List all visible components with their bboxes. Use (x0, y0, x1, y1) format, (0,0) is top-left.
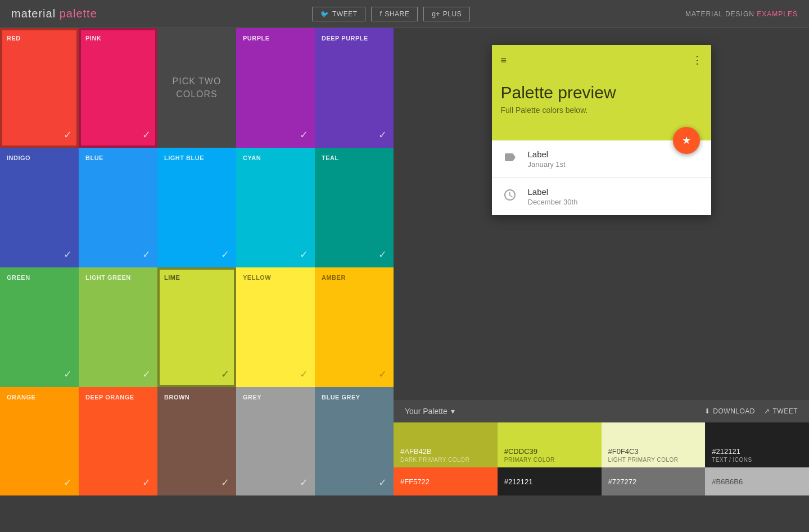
preview-header: ≡ ⋮ Palette preview Full Palette colors … (492, 45, 711, 140)
color-cell-green[interactable]: GREEN ✓ (0, 267, 79, 387)
palette-label-2: PRIMARY COLOR (504, 457, 595, 463)
share-icon: ↗ (764, 407, 770, 415)
palette-hex-4: #212121 (712, 447, 802, 456)
logo-text: material (11, 7, 60, 20)
color-cell-brown[interactable]: BROWN ✓ (157, 387, 236, 495)
pick-two-text: PICK TWOCOLORS (173, 75, 222, 101)
color-cell-orange[interactable]: ORANGE ✓ (0, 387, 79, 495)
palette-accent[interactable]: #FF5722 (394, 467, 498, 495)
color-row-4: ORANGE ✓ DEEP ORANGE ✓ BROWN ✓ GREY ✓ BL… (0, 387, 394, 495)
color-cell-pink[interactable]: PINK ✓ (79, 28, 157, 148)
color-cell-deep-purple[interactable]: DEEP PURPLE ✓ (315, 28, 394, 148)
color-cell-indigo[interactable]: INDIGO ✓ (0, 148, 79, 267)
color-cell-light-blue[interactable]: LIGHT BLUE ✓ (157, 148, 236, 267)
tweet-button[interactable]: 🐦 TWEET (312, 7, 365, 21)
palette-light-primary[interactable]: #F0F4C3 LIGHT PRIMARY COLOR (602, 422, 706, 467)
share-button[interactable]: f SHARE (371, 7, 418, 21)
list-item-1-label: Label (528, 149, 566, 159)
check-icon: ✓ (142, 248, 151, 261)
header: material palette 🐦 TWEET f SHARE g+ PLUS… (0, 0, 809, 28)
palette-section: Your Palette ▾ ⬇ DOWNLOAD ↗ TWEET #AFB (394, 400, 809, 495)
header-right: MATERIAL DESIGN EXAMPLES (685, 10, 798, 18)
check-icon: ✓ (221, 248, 229, 261)
color-cell-cyan[interactable]: CYAN ✓ (236, 148, 315, 267)
star-icon: ★ (682, 134, 691, 147)
check-icon: ✓ (221, 476, 229, 489)
color-cell-grey[interactable]: GREY ✓ (236, 387, 315, 495)
palette-hex-5: #FF5722 (400, 478, 430, 486)
gplus-icon: g+ (432, 10, 440, 18)
check-icon: ✓ (378, 129, 387, 141)
fab-button[interactable]: ★ (673, 127, 700, 154)
check-icon: ✓ (64, 248, 72, 261)
label-icon (503, 151, 517, 167)
check-icon: ✓ (64, 368, 72, 380)
logo-accent: palette (60, 7, 97, 20)
palette-hex-1: #AFB42B (400, 447, 491, 456)
color-cell-yellow[interactable]: YELLOW ✓ (236, 267, 315, 387)
check-icon: ✓ (64, 476, 72, 489)
palette-hex-2: #CDDC39 (504, 447, 595, 456)
color-row-3: GREEN ✓ LIGHT GREEN ✓ LIME ✓ YELLOW ✓ AM… (0, 267, 394, 387)
content-wrapper: RED ✓ PINK ✓ PICK TWOCOLORS PURPLE ✓ DEE… (0, 28, 809, 495)
color-cell-blue-grey[interactable]: BLUE GREY ✓ (315, 387, 394, 495)
color-row-1: RED ✓ PINK ✓ PICK TWOCOLORS PURPLE ✓ DEE… (0, 28, 394, 148)
color-cell-blue[interactable]: BLUE ✓ (79, 148, 157, 267)
check-icon: ✓ (300, 368, 308, 380)
check-icon: ✓ (300, 248, 308, 261)
list-item-2-label: Label (528, 187, 578, 197)
list-item-1-sublabel: January 1st (528, 160, 566, 169)
color-grid: RED ✓ PINK ✓ PICK TWOCOLORS PURPLE ✓ DEE… (0, 28, 394, 495)
palette-primary[interactable]: #CDDC39 PRIMARY COLOR (498, 422, 602, 467)
clock-icon (503, 188, 517, 205)
check-icon: ✓ (142, 129, 151, 141)
color-cell-light-green[interactable]: LIGHT GREEN ✓ (79, 267, 157, 387)
check-icon: ✓ (378, 476, 387, 489)
palette-actions: ⬇ DOWNLOAD ↗ TWEET (704, 407, 798, 415)
palette-text-icons[interactable]: #212121 TEXT / ICONS (705, 422, 809, 467)
list-item-2-sublabel: December 30th (528, 198, 578, 206)
tweet-palette-button[interactable]: ↗ TWEET (764, 407, 798, 415)
palette-hex-8: #B6B6B6 (712, 478, 743, 486)
color-cell-red[interactable]: RED ✓ (0, 28, 79, 148)
check-icon: ✓ (142, 476, 151, 489)
your-palette-label: Your Palette (405, 407, 448, 416)
header-actions: 🐦 TWEET f SHARE g+ PLUS (312, 7, 470, 21)
color-cell-deep-orange[interactable]: DEEP ORANGE ✓ (79, 387, 157, 495)
palette-hex-3: #F0F4C3 (608, 447, 699, 456)
check-icon: ✓ (300, 476, 308, 489)
palette-divider[interactable]: #B6B6B6 (705, 467, 809, 495)
check-icon: ✓ (221, 368, 229, 380)
color-row-2: INDIGO ✓ BLUE ✓ LIGHT BLUE ✓ CYAN ✓ TEAL… (0, 148, 394, 267)
palette-label-4: TEXT / ICONS (712, 457, 802, 463)
your-palette-selector[interactable]: Your Palette ▾ (405, 407, 455, 416)
color-cell-teal[interactable]: TEAL ✓ (315, 148, 394, 267)
palette-secondary-text[interactable]: #727272 (602, 467, 706, 495)
list-item-2-content: Label December 30th (528, 187, 578, 206)
palette-dark-primary[interactable]: #AFB42B DARK PRIMARY COLOR (394, 422, 498, 467)
preview-subtitle: Full Palette colors below. (501, 106, 702, 115)
pick-two-cell: PICK TWOCOLORS (157, 28, 236, 148)
list-item-2: Label December 30th (492, 178, 711, 215)
color-cell-purple[interactable]: PURPLE ✓ (236, 28, 315, 148)
list-item-1-content: Label January 1st (528, 149, 566, 169)
download-icon: ⬇ (704, 407, 711, 415)
plus-button[interactable]: g+ PLUS (423, 7, 470, 21)
more-icon[interactable]: ⋮ (692, 54, 702, 66)
check-icon: ✓ (64, 129, 72, 141)
download-button[interactable]: ⬇ DOWNLOAD (704, 407, 755, 415)
preview-card: ≡ ⋮ Palette preview Full Palette colors … (492, 45, 711, 215)
color-cell-lime[interactable]: LIME ✓ (157, 267, 236, 387)
color-cell-amber[interactable]: AMBER ✓ (315, 267, 394, 387)
palette-colors-row2: #FF5722 #212121 #727272 #B6B6B6 (394, 467, 809, 495)
palette-primary-text[interactable]: #212121 (498, 467, 602, 495)
check-icon: ✓ (142, 368, 151, 380)
preview-header-top: ≡ ⋮ (501, 54, 702, 66)
facebook-icon: f (379, 10, 382, 18)
check-icon: ✓ (300, 129, 308, 141)
preview-list: Label January 1st Label December 30th (492, 140, 711, 215)
hamburger-icon[interactable]: ≡ (501, 54, 507, 66)
palette-hex-6: #212121 (504, 478, 533, 486)
logo: material palette (11, 7, 97, 20)
chevron-down-icon: ▾ (451, 407, 455, 416)
